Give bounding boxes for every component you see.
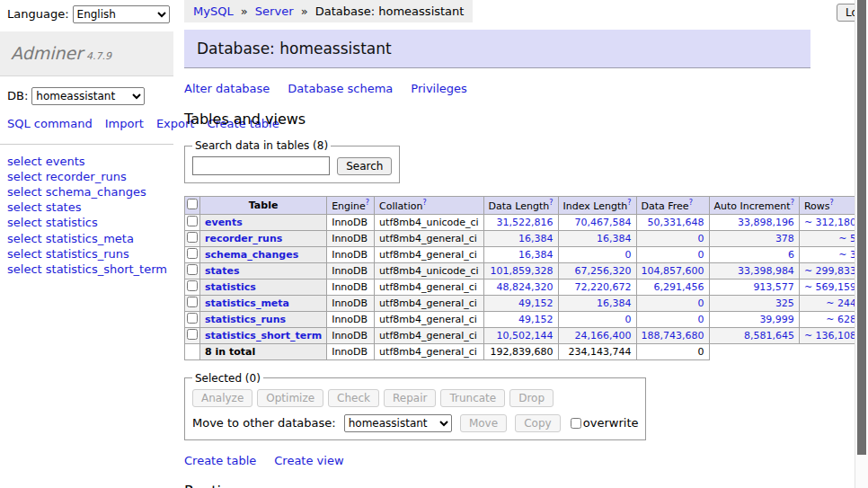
- sidebar-item-select-events[interactable]: select events: [7, 154, 166, 169]
- breadcrumb-link-mysql[interactable]: MySQL: [193, 4, 234, 18]
- copy-button[interactable]: Copy: [515, 414, 560, 432]
- sidebar-item-select-states[interactable]: select states: [7, 200, 166, 215]
- cell-rows: ~ 312,180: [799, 214, 861, 230]
- sidebar-item-select-statistics[interactable]: select statistics: [7, 215, 166, 230]
- table-link-statistics-meta[interactable]: statistics_meta: [205, 297, 289, 309]
- sidebar-item-select-schema-changes[interactable]: select schema_changes: [7, 184, 166, 200]
- sidebar-item-select-statistics-meta[interactable]: select statistics_meta: [7, 231, 166, 246]
- cell-data-length: 10,502,144: [483, 327, 558, 343]
- database-action-links: Alter databaseDatabase schemaPrivileges: [184, 82, 855, 95]
- db-action-database-schema[interactable]: Database schema: [288, 82, 393, 95]
- help-icon[interactable]: ?: [829, 199, 833, 207]
- cell-rows: ~ 136,108: [799, 327, 861, 343]
- cell-collation: utf8mb4_general_ci: [375, 279, 483, 295]
- link-create-view[interactable]: Create view: [274, 454, 343, 467]
- link-create-table[interactable]: Create table: [184, 454, 256, 467]
- table-link-states[interactable]: states: [205, 265, 240, 277]
- total-label: 8 in total: [200, 343, 327, 359]
- cell-engine: InnoDB: [327, 311, 375, 327]
- sidebar-action-sql-command[interactable]: SQL command: [7, 117, 93, 130]
- move-database-select[interactable]: homeassistant: [344, 414, 452, 432]
- cell-auto-increment: 39,999: [709, 311, 799, 327]
- cell-data-free: 188,743,680: [636, 327, 709, 343]
- table-row: statistics_short_termInnoDButf8mb4_gener…: [185, 327, 868, 343]
- row-checkbox-recorder-runs[interactable]: [187, 232, 198, 243]
- search-fieldset: Search data in tables (8) Search: [184, 139, 400, 183]
- move-button[interactable]: Move: [460, 414, 507, 432]
- db-label: DB:: [7, 89, 28, 102]
- table-link-statistics-runs[interactable]: statistics_runs: [205, 314, 286, 325]
- sidebar-action-import[interactable]: Import: [105, 117, 144, 130]
- truncate-button[interactable]: Truncate: [440, 389, 505, 407]
- cell-collation: utf8mb4_general_ci: [375, 295, 483, 311]
- cell-index-length: 70,467,584: [558, 214, 636, 230]
- row-checkbox-states[interactable]: [187, 264, 198, 275]
- cell-data-free: 0: [636, 295, 709, 311]
- scrollbar-thumb[interactable]: [857, 0, 866, 455]
- total-cell-data-length: 192,839,680: [483, 343, 558, 359]
- table-row: statisticsInnoDButf8mb4_general_ci48,824…: [185, 279, 868, 295]
- total-cell-collation: utf8mb4_general_ci: [375, 343, 483, 359]
- help-icon[interactable]: ?: [549, 199, 553, 207]
- analyze-button[interactable]: Analyze: [192, 389, 252, 407]
- cell-collation: utf8mb4_general_ci: [375, 230, 483, 246]
- cell-engine: InnoDB: [327, 246, 375, 262]
- check-button[interactable]: Check: [328, 389, 379, 407]
- vertical-scrollbar[interactable]: [855, 0, 868, 488]
- cell-index-length: 16,384: [558, 295, 636, 311]
- row-checkbox-statistics-runs[interactable]: [187, 313, 198, 324]
- db-action-alter-database[interactable]: Alter database: [184, 82, 270, 95]
- cell-data-free: 6,291,456: [636, 279, 709, 295]
- language-select[interactable]: English: [73, 5, 170, 23]
- tables-and-views-heading: Tables and views: [184, 111, 855, 128]
- drop-button[interactable]: Drop: [509, 389, 554, 407]
- table-link-schema-changes[interactable]: schema_changes: [205, 249, 298, 261]
- row-checkbox-events[interactable]: [187, 216, 198, 226]
- cell-engine: InnoDB: [327, 327, 375, 343]
- cell-data-free: 0: [636, 230, 709, 246]
- column-header-data-length: Data Length?: [483, 197, 558, 215]
- sidebar-item-select-statistics-short-term[interactable]: select statistics_short_term: [7, 262, 166, 277]
- move-row: Move to other database: homeassistant Mo…: [192, 414, 638, 432]
- grid-body: eventsInnoDButf8mb4_unicode_ci31,522,816…: [185, 214, 868, 359]
- sidebar-item-select-statistics-runs[interactable]: select statistics_runs: [7, 246, 166, 262]
- column-header-rows: Rows?: [799, 197, 861, 215]
- help-icon[interactable]: ?: [689, 199, 693, 207]
- table-link-statistics-short-term[interactable]: statistics_short_term: [205, 330, 322, 342]
- help-icon[interactable]: ?: [366, 199, 369, 207]
- cell-engine: InnoDB: [327, 230, 375, 246]
- cell-data-free: 0: [636, 311, 709, 327]
- cell-rows: ~ 244: [799, 295, 861, 311]
- cell-data-length: 48,824,320: [483, 279, 558, 295]
- repair-button[interactable]: Repair: [384, 389, 436, 407]
- db-select[interactable]: homeassistant: [31, 87, 145, 105]
- cell-data-length: 49,152: [483, 311, 558, 327]
- select-all-checkbox[interactable]: [187, 199, 198, 209]
- row-checkbox-schema-changes[interactable]: [187, 248, 198, 259]
- cell-auto-increment: 378: [709, 230, 799, 246]
- table-link-statistics[interactable]: statistics: [205, 281, 256, 293]
- help-icon[interactable]: ?: [791, 199, 794, 207]
- adminer-title[interactable]: Adminer: [11, 43, 83, 63]
- table-link-recorder-runs[interactable]: recorder_runs: [205, 233, 282, 244]
- help-icon[interactable]: ?: [422, 199, 426, 207]
- search-button[interactable]: Search: [337, 157, 392, 175]
- search-input[interactable]: [192, 156, 330, 175]
- adminer-version: 4.7.9: [86, 50, 111, 62]
- row-checkbox-statistics-short-term[interactable]: [187, 329, 198, 340]
- cell-data-free: 104,857,600: [636, 262, 709, 279]
- grid-header-row: TableEngine?Collation?Data Length?Index …: [185, 197, 868, 215]
- db-action-privileges[interactable]: Privileges: [411, 82, 467, 95]
- sidebar-item-select-recorder-runs[interactable]: select recorder_runs: [7, 169, 166, 184]
- cell-collation: utf8mb4_general_ci: [375, 246, 483, 262]
- cell-collation: utf8mb4_unicode_ci: [375, 262, 483, 279]
- breadcrumb-link-server[interactable]: Server: [255, 4, 294, 18]
- adminer-page: Language:English Adminer4.7.9 DB:homeass…: [0, 0, 868, 488]
- table-link-events[interactable]: events: [205, 217, 243, 228]
- overwrite-checkbox[interactable]: [571, 418, 581, 429]
- row-checkbox-statistics[interactable]: [187, 280, 198, 291]
- optimize-button[interactable]: Optimize: [257, 389, 323, 407]
- row-checkbox-statistics-meta[interactable]: [187, 297, 198, 307]
- help-icon[interactable]: ?: [627, 199, 631, 207]
- cell-data-length: 31,522,816: [483, 214, 558, 230]
